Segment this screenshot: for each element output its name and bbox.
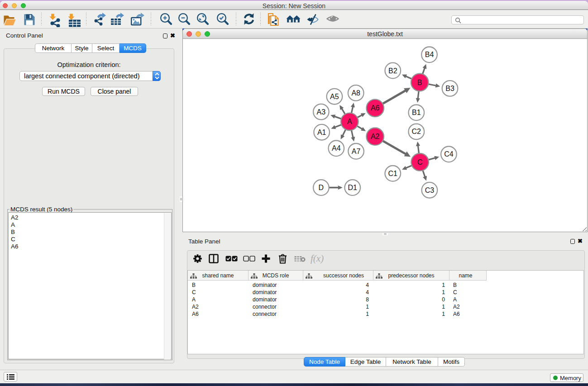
svg-text:A7: A7 — [352, 148, 361, 155]
svg-text:C3: C3 — [425, 186, 435, 194]
svg-text:D: D — [319, 184, 324, 191]
svg-text:A4: A4 — [332, 144, 341, 152]
svg-text:A6: A6 — [371, 104, 380, 112]
svg-text:D1: D1 — [348, 184, 358, 191]
svg-text:C1: C1 — [388, 170, 398, 177]
svg-text:C4: C4 — [444, 150, 454, 158]
svg-text:B4: B4 — [425, 51, 434, 58]
svg-text:B3: B3 — [445, 85, 454, 92]
svg-text:A5: A5 — [330, 93, 339, 100]
svg-text:C2: C2 — [412, 128, 421, 135]
svg-text:C: C — [417, 158, 423, 166]
svg-text:A8: A8 — [351, 89, 360, 97]
svg-text:B1: B1 — [412, 109, 421, 116]
svg-text:A3: A3 — [317, 108, 326, 116]
svg-text:B2: B2 — [388, 67, 397, 75]
svg-text:A1: A1 — [317, 129, 326, 136]
svg-text:B: B — [417, 79, 422, 86]
svg-text:A2: A2 — [371, 133, 380, 140]
svg-text:A: A — [347, 118, 352, 125]
